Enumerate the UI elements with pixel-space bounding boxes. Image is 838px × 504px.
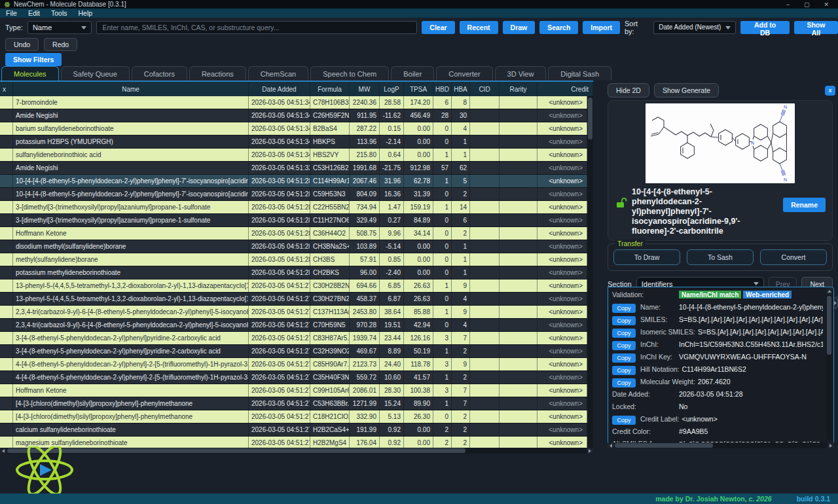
tab-speech-to-chem[interactable]: Speech to Chem	[310, 66, 389, 81]
tab-converter[interactable]: Converter	[436, 66, 492, 81]
table-row[interactable]: 2,3,4-tri(carbazol-9-yl)-6-[4-(8-ethenyl…	[0, 319, 587, 332]
table-row[interactable]: 13-phenyl-5-(4,4,5,5-tetramethyl-1,3,2-d…	[0, 293, 587, 306]
cell-hbd: 3	[433, 384, 452, 397]
table-row[interactable]: Hoffmann Ketone2026-03-05 04:51:27C99H10…	[0, 384, 587, 397]
show-filters-button[interactable]: Show Filters	[5, 53, 62, 66]
table-row[interactable]: 3-[4-(8-ethenyl-5-phenyldodecan-2-yl)phe…	[0, 332, 587, 345]
undo-button[interactable]: Undo	[5, 38, 39, 51]
table-row[interactable]: methyl(sulfanylidene)borane2026-03-05 04…	[0, 253, 587, 266]
search-input[interactable]	[96, 21, 417, 34]
scroll-thumb[interactable]	[615, 443, 713, 448]
to-draw-button[interactable]: To Draw	[613, 249, 680, 265]
table-row[interactable]: 10-[4-[4-(8-ethenyl-5-phenyldodecan-2-yl…	[0, 188, 587, 201]
table-row[interactable]: Amide Negishi2026-03-05 04:51:34C26H59F2…	[0, 109, 587, 122]
table-row[interactable]: sulfanylideneborinothioic acid2026-03-05…	[0, 149, 587, 162]
table-row[interactable]: 3-[dimethyl[3-(trimethoxysilyl)propyl]az…	[0, 201, 587, 214]
copy-button[interactable]: Copy	[612, 353, 636, 363]
draw-button[interactable]: Draw	[503, 21, 536, 34]
tab-chemscan[interactable]: ChemScan	[248, 66, 308, 81]
table-row[interactable]: 3-[4-(8-ethenyl-5-phenyldodecan-2-yl)phe…	[0, 345, 587, 358]
copy-button[interactable]: Copy	[612, 366, 636, 375]
close-icon[interactable]: ✕	[824, 1, 829, 8]
cell-cid	[470, 332, 500, 344]
show-generate-button[interactable]: Show Generate	[654, 83, 719, 98]
copy-button[interactable]: Copy	[612, 329, 636, 338]
cell-rarity	[500, 306, 537, 318]
copy-button[interactable]: Copy	[612, 416, 636, 425]
cell-rarity	[500, 384, 537, 397]
cell-rarity	[500, 109, 537, 122]
table-row[interactable]: disodium methyl(sulfanylidene)borane2026…	[0, 240, 587, 253]
table-row[interactable]: 10-[4-[4-(8-ethenyl-5-phenyldodecan-2-yl…	[0, 175, 587, 188]
to-sash-button[interactable]: To Sash	[687, 249, 754, 265]
field-value: 10-[4-[4-(8-ethenyl-5-phenyldodecan-2-yl…	[679, 303, 823, 311]
add-to-db-button[interactable]: Add to DB	[740, 21, 789, 34]
scroll-right-icon[interactable]	[587, 448, 593, 454]
hide-2d-button[interactable]: Hide 2D	[608, 83, 649, 98]
cell-date-added: 2026-03-05 04:51:28	[249, 188, 310, 200]
tab-cofactors[interactable]: Cofactors	[132, 66, 187, 81]
table-row[interactable]: Amide Negishi2026-03-05 04:51:32C53H126B…	[0, 162, 587, 175]
tab-molecules[interactable]: Molecules	[1, 66, 59, 81]
table-vertical-scrollbar[interactable]	[587, 96, 593, 449]
menu-edit[interactable]: Edit	[28, 9, 40, 17]
table-row[interactable]: 2,3,4-tri(carbazol-9-yl)-6-[4-(8-ethenyl…	[0, 306, 587, 319]
table-row[interactable]: 3-[dimethyl[3-(trimethoxysilyl)propyl]az…	[0, 214, 587, 227]
copy-button[interactable]: Copy	[612, 316, 636, 325]
panel-horizontal-scrollbar[interactable]	[608, 442, 834, 448]
minimize-icon[interactable]: –	[786, 1, 790, 8]
cell-rarity	[500, 266, 537, 279]
tab-boiler[interactable]: Boiler	[391, 66, 434, 81]
rename-button[interactable]: Rename	[783, 198, 826, 212]
scroll-left-icon[interactable]	[0, 448, 7, 454]
table-row[interactable]: 7-bromoindole2026-03-05 04:51:34C78H106B…	[0, 96, 587, 109]
table-row[interactable]: [4-[3-[chloro(dimethyl)silyl]propoxy]phe…	[0, 397, 587, 410]
menu-help[interactable]: Help	[79, 9, 93, 17]
maximize-icon[interactable]: ▢	[804, 1, 810, 8]
scroll-left-icon[interactable]	[608, 442, 614, 448]
import-button[interactable]: Import	[583, 21, 620, 34]
menu-tools[interactable]: Tools	[51, 9, 67, 17]
table-row[interactable]: potassium methylideneborinothioate2026-0…	[0, 266, 587, 279]
cell-rarity	[500, 358, 537, 370]
recent-button[interactable]: Recent	[460, 21, 498, 34]
table-row[interactable]: 4-[4-(8-ethenyl-5-phenyldodecan-2-yl)phe…	[0, 371, 587, 384]
table-row[interactable]: potassium H2BPS (YMUUPRGH)2026-03-05 04:…	[0, 135, 587, 149]
show-all-button[interactable]: Show All	[794, 21, 838, 34]
clear-button[interactable]: Clear	[422, 21, 454, 34]
table-row[interactable]: calcium sulfanylideneborinothioate2026-0…	[0, 423, 587, 437]
search-button[interactable]: Search	[539, 21, 578, 34]
type-select[interactable]: Name	[27, 21, 92, 34]
copy-button[interactable]: Copy	[612, 378, 636, 387]
redo-button[interactable]: Redo	[44, 38, 77, 51]
scroll-right-icon[interactable]	[828, 442, 834, 448]
table-row[interactable]: 4-[4-(8-ethenyl-5-phenyldodecan-2-yl)phe…	[0, 358, 587, 371]
cell-x	[0, 266, 13, 279]
cell-logp: 0.85	[380, 253, 404, 266]
cell-name: [4-[3-[chloro(dimethyl)silyl]propoxy]phe…	[13, 397, 249, 410]
panel-close-button[interactable]: x	[825, 86, 835, 96]
field-label: InChI Key:	[640, 353, 679, 361]
footer-credit: made by Dr. Josiah Newton, c. 2026	[655, 495, 771, 503]
sort-select[interactable]: Date Added (Newest)	[653, 21, 736, 34]
table-row[interactable]: [4-[3-[chloro(dimethyl)silyl]propoxy]phe…	[0, 410, 587, 423]
table-row[interactable]: 13-phenyl-5-(4,4,5,5-tetramethyl-1,3,2-d…	[0, 279, 587, 293]
table-row[interactable]: Hoffmann Ketone2026-03-05 04:51:28C36H44…	[0, 227, 587, 240]
table-horizontal-scrollbar[interactable]	[0, 448, 593, 454]
cell-name: sulfanylideneborinothioic acid	[13, 149, 249, 161]
tab-reactions[interactable]: Reactions	[189, 66, 246, 81]
tab-3d-view[interactable]: 3D View	[495, 66, 547, 81]
copy-button[interactable]: Copy	[612, 341, 636, 350]
scroll-up-icon[interactable]	[826, 288, 832, 295]
menu-file[interactable]: File	[6, 9, 17, 17]
table-row[interactable]: barium sulfanylideneborinothioate2026-03…	[0, 122, 587, 135]
field-label: Isomeric SMILES:	[640, 328, 698, 336]
panel-vertical-scrollbar[interactable]	[826, 288, 832, 440]
tab-digital-sash[interactable]: Digital Sash	[548, 66, 611, 81]
cell-formula: C11H27NO6...	[310, 214, 350, 226]
tab-safety-queue[interactable]: Safety Queue	[61, 66, 130, 81]
copy-button[interactable]: Copy	[612, 304, 636, 313]
scroll-thumb[interactable]	[827, 296, 831, 355]
cell-credit: <unknown>	[537, 410, 587, 423]
convert-button[interactable]: Convert	[760, 249, 827, 265]
